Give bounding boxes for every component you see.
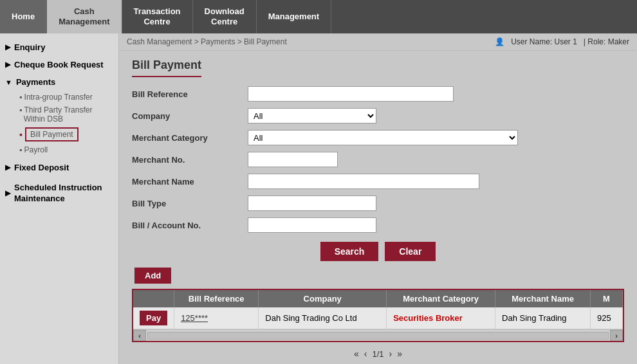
scroll-track[interactable] — [147, 332, 609, 340]
merchant-no-label: Merchant No. — [132, 155, 248, 165]
col-bill-ref: Bill Reference — [174, 290, 259, 307]
merchant-name-label: Merchant Name — [132, 177, 248, 187]
breadcrumb-bar: Cash Management > Payments > Bill Paymen… — [119, 33, 637, 51]
first-page-btn[interactable]: « — [354, 349, 359, 359]
scroll-left-btn[interactable]: ‹ — [133, 330, 146, 341]
page-title: Bill Payment — [132, 59, 201, 77]
payments-arrow-icon: ▼ — [5, 78, 12, 86]
col-action — [133, 290, 174, 307]
m-cell: 925 — [591, 307, 623, 329]
merchant-name-field — [248, 174, 557, 189]
nav-cash-management[interactable]: CashManagement — [47, 0, 122, 33]
bill-account-input[interactable] — [248, 217, 376, 233]
scheduled-arrow-icon: ▶ — [5, 189, 10, 197]
bill-account-field — [248, 217, 557, 233]
col-m: M — [591, 290, 623, 307]
bill-reference-field — [248, 86, 557, 102]
payroll-bullet: ▪ — [19, 145, 22, 154]
sidebar-item-cheque[interactable]: ▶ Cheque Book Request — [0, 56, 118, 73]
nav-download-centre[interactable]: DownloadCentre — [193, 0, 257, 33]
merchant-category-row: Merchant Category All — [132, 130, 624, 145]
prev-page-btn[interactable]: ‹ — [364, 349, 367, 359]
merchant-name-row: Merchant Name — [132, 174, 624, 189]
company-field: All — [248, 108, 557, 123]
sidebar-item-intragroup[interactable]: ▪ Intra-group Transfer — [14, 91, 118, 104]
billpayment-active-label: Bill Payment — [25, 127, 78, 141]
results-table-wrapper: Bill Reference Company Merchant Category… — [132, 289, 624, 342]
merchant-no-row: Merchant No. — [132, 152, 624, 167]
fixeddeposit-arrow-icon: ▶ — [5, 163, 10, 172]
next-page-btn[interactable]: › — [389, 349, 392, 359]
scroll-right-btn[interactable]: › — [610, 330, 623, 341]
sidebar-item-billpayment[interactable]: ▪ Bill Payment — [14, 125, 118, 143]
main-content: Cash Management > Payments > Bill Paymen… — [119, 33, 637, 364]
merchant-category-select[interactable]: All — [248, 130, 518, 145]
nav-management[interactable]: Management — [257, 0, 331, 33]
merchant-name-cell: Dah Sing Trading — [495, 307, 591, 329]
bill-type-input[interactable] — [248, 196, 376, 211]
enquiry-arrow-icon: ▶ — [5, 43, 10, 51]
merchant-name-input[interactable] — [248, 174, 479, 189]
intragroup-bullet: ▪ — [19, 93, 22, 102]
pay-button[interactable]: Pay — [140, 311, 167, 325]
user-role: | Role: Maker — [584, 37, 629, 46]
sidebar-item-payroll[interactable]: ▪ Payroll — [14, 143, 118, 156]
bill-account-label: Bill / Account No. — [132, 221, 248, 230]
sidebar-item-payments[interactable]: ▼ Payments — [0, 73, 118, 91]
add-button-container: Add — [132, 268, 624, 289]
merchant-no-input[interactable] — [248, 152, 338, 167]
bill-reference-row: Bill Reference — [132, 86, 624, 102]
bill-ref-cell: 125**** — [174, 307, 259, 329]
merchant-category-label: Merchant Category — [132, 133, 248, 143]
add-button[interactable]: Add — [134, 268, 171, 284]
sidebar-item-scheduled[interactable]: ▶ Scheduled InstructionMaintenance — [0, 179, 118, 208]
user-name: User Name: User 1 — [511, 37, 577, 46]
bill-account-row: Bill / Account No. — [132, 217, 624, 233]
pagination: « ‹ 1/1 › » — [132, 342, 624, 363]
results-table: Bill Reference Company Merchant Category… — [133, 290, 623, 329]
col-merchant-cat: Merchant Category — [387, 290, 495, 307]
user-icon: 👤 — [495, 37, 504, 46]
nav-home[interactable]: Home — [0, 0, 47, 33]
merchant-no-field — [248, 152, 557, 167]
user-info: 👤 User Name: User 1 | Role: Maker — [495, 37, 629, 46]
pay-cell: Pay — [133, 307, 174, 329]
action-buttons: Search Clear — [132, 242, 624, 261]
bill-type-label: Bill Type — [132, 199, 248, 208]
billpayment-active-bullet: ▪ — [19, 129, 23, 140]
bill-reference-label: Bill Reference — [132, 89, 248, 99]
company-row: Company All — [132, 108, 624, 123]
merchant-cat-cell: Securities Broker — [387, 307, 495, 329]
thirdparty-bullet: ▪ — [19, 105, 22, 114]
breadcrumb: Cash Management > Payments > Bill Paymen… — [127, 37, 287, 46]
payments-submenu: ▪ Intra-group Transfer ▪ Third Party Tra… — [0, 91, 118, 156]
page-info: 1/1 — [372, 349, 383, 359]
clear-button[interactable]: Clear — [385, 242, 436, 261]
sidebar: ▶ Enquiry ▶ Cheque Book Request ▼ Paymen… — [0, 33, 119, 364]
col-company: Company — [259, 290, 387, 307]
horizontal-scrollbar[interactable]: ‹ › — [133, 329, 623, 341]
form-area: Bill Payment Bill Reference Company All — [119, 51, 637, 364]
bill-type-field — [248, 196, 557, 211]
bill-type-row: Bill Type — [132, 196, 624, 211]
last-page-btn[interactable]: » — [397, 349, 402, 359]
cheque-arrow-icon: ▶ — [5, 60, 10, 69]
table-header-row: Bill Reference Company Merchant Category… — [133, 290, 623, 307]
sidebar-item-fixeddeposit[interactable]: ▶ Fixed Deposit — [0, 159, 118, 176]
sidebar-item-thirdparty[interactable]: ▪ Third Party Transfer Within DSB — [14, 104, 118, 125]
bill-ref-link[interactable]: 125**** — [181, 313, 208, 323]
bill-reference-input[interactable] — [248, 86, 454, 102]
company-select[interactable]: All — [248, 108, 376, 123]
merchant-category-field: All — [248, 130, 557, 145]
col-merchant-name: Merchant Name — [495, 290, 591, 307]
nav-transaction-centre[interactable]: TransactionCentre — [122, 0, 193, 33]
search-button[interactable]: Search — [320, 242, 379, 261]
company-label: Company — [132, 111, 248, 121]
merchant-cat-value: Securities Broker — [393, 313, 463, 323]
sidebar-item-enquiry[interactable]: ▶ Enquiry — [0, 39, 118, 56]
company-cell: Dah Sing Trading Co Ltd — [259, 307, 387, 329]
table-row: Pay 125**** Dah Sing Trading Co Ltd Secu… — [133, 307, 623, 329]
